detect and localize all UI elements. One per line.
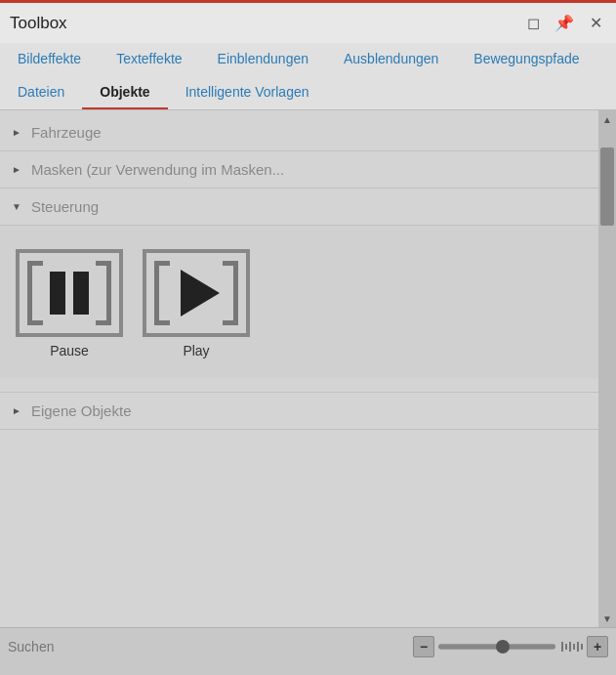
zoom-mark	[573, 644, 575, 650]
zoom-marks	[561, 642, 583, 652]
window-controls: ◻ 📌 ✕	[522, 13, 606, 34]
zoom-slider-track	[438, 645, 555, 649]
play-icon-box	[143, 249, 250, 337]
zoom-in-button[interactable]: +	[587, 636, 608, 657]
zoom-out-button[interactable]: −	[413, 636, 434, 657]
search-bar: − +	[0, 627, 616, 664]
tree-item-label: Steuerung	[31, 198, 99, 215]
search-input[interactable]	[8, 639, 405, 654]
play-item[interactable]: Play	[143, 249, 250, 359]
chevron-right-icon: ►	[12, 127, 21, 138]
pause-label: Pause	[50, 343, 89, 359]
zoom-slider[interactable]	[438, 644, 555, 650]
tree-item-eigene-objekte[interactable]: ► Eigene Objekte	[0, 392, 598, 430]
close-button[interactable]: ✕	[585, 13, 606, 34]
tab-ausblendungen[interactable]: Ausblendungen	[326, 43, 456, 76]
scrollbar[interactable]: ▲ ▼	[598, 110, 616, 627]
scrollbar-thumb[interactable]	[600, 148, 614, 226]
pause-bar-right	[73, 272, 89, 315]
tab-bar: Bildeffekte Texteffekte Einblendungen Au…	[0, 43, 616, 110]
tree-item-fahrzeuge[interactable]: ► Fahrzeuge	[0, 114, 598, 151]
tab-einblendungen[interactable]: Einblendungen	[200, 43, 326, 76]
zoom-slider-thumb[interactable]	[496, 640, 510, 654]
pause-icon-box	[16, 249, 123, 337]
chevron-right-icon: ►	[12, 164, 21, 175]
zoom-mark	[577, 642, 579, 652]
search-controls: − +	[413, 636, 608, 657]
tree-item-masken[interactable]: ► Masken (zur Verwendung im Masken...	[0, 151, 598, 189]
title-bar: Toolbox ◻ 📌 ✕	[0, 0, 616, 43]
play-label: Play	[183, 343, 209, 359]
steuerung-items: Pause Play	[16, 249, 250, 359]
tab-intelligente-vorlagen[interactable]: Intelligente Vorlagen	[168, 76, 327, 109]
tab-bildeffekte[interactable]: Bildeffekte	[0, 43, 99, 76]
bracket-left-icon	[27, 261, 43, 325]
tree-item-label: Fahrzeuge	[31, 124, 102, 141]
tree-item-label: Masken (zur Verwendung im Masken...	[31, 161, 284, 178]
zoom-mark	[581, 644, 583, 650]
tab-objekte[interactable]: Objekte	[82, 76, 167, 109]
tab-bewegungspfade[interactable]: Bewegungspfade	[456, 43, 596, 76]
play-icon	[181, 270, 220, 316]
zoom-mark	[565, 644, 567, 650]
tree-panel: ► Fahrzeuge ► Masken (zur Verwendung im …	[0, 110, 598, 627]
tab-texteffekte[interactable]: Texteffekte	[99, 43, 199, 76]
content-area: ► Fahrzeuge ► Masken (zur Verwendung im …	[0, 110, 616, 627]
spacer	[0, 378, 598, 392]
pause-icon	[50, 272, 89, 315]
pin-button[interactable]: 📌	[554, 13, 575, 34]
scroll-down-button[interactable]: ▼	[598, 610, 616, 627]
zoom-mark	[569, 642, 571, 652]
scroll-up-button[interactable]: ▲	[598, 110, 616, 128]
tree-item-label: Eigene Objekte	[31, 402, 132, 419]
bracket-right-icon	[223, 261, 238, 325]
bracket-left-icon	[154, 261, 170, 325]
chevron-right-icon: ►	[12, 405, 21, 416]
restore-button[interactable]: ◻	[522, 13, 544, 34]
window-title: Toolbox	[10, 14, 522, 33]
zoom-mark	[561, 642, 563, 652]
steuerung-content: Pause Play	[0, 226, 598, 378]
pause-bar-left	[50, 272, 65, 315]
bracket-right-icon	[96, 261, 111, 325]
tab-dateien[interactable]: Dateien	[0, 76, 82, 109]
tree-item-steuerung[interactable]: ▼ Steuerung	[0, 189, 598, 226]
chevron-down-icon: ▼	[12, 201, 21, 212]
pause-item[interactable]: Pause	[16, 249, 123, 359]
